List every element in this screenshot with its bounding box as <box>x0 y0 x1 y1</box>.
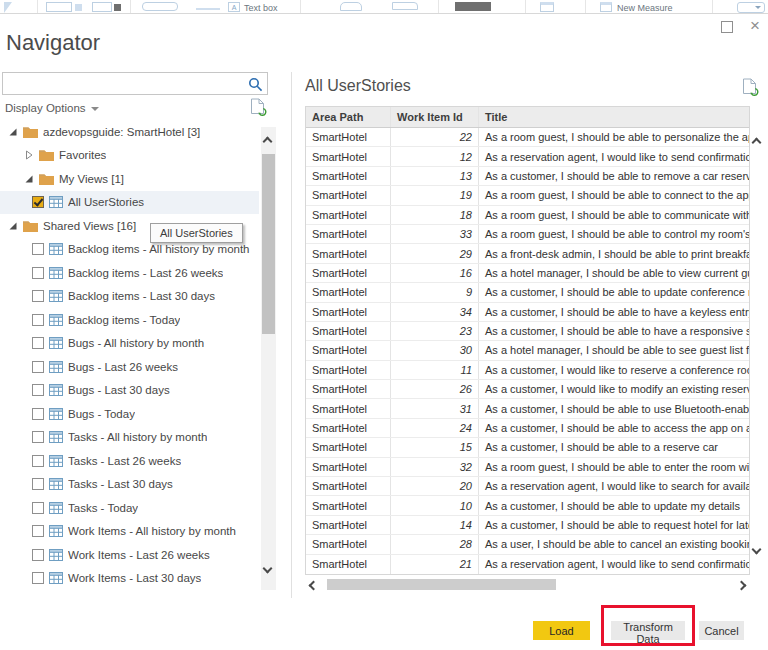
refresh-icon[interactable] <box>250 98 267 121</box>
tree-item-my-views-1[interactable]: My Views [1] <box>0 167 259 191</box>
navigator-tree: azdevopsguide: SmartHotel [3]FavoritesMy… <box>0 120 259 590</box>
cell-title: As a room guest, I should be able to con… <box>479 186 749 204</box>
theme-swatch-icon[interactable] <box>455 2 491 11</box>
tree-item-checkbox[interactable] <box>32 455 44 467</box>
line-shape-icon[interactable] <box>196 8 220 10</box>
chart-icon[interactable] <box>340 2 362 11</box>
table-row: SmartHotel19As a room guest, I should be… <box>306 186 749 205</box>
load-button[interactable]: Load <box>533 621 590 640</box>
tree-item-tasks-all-history-by-month[interactable]: Tasks - All history by month <box>0 426 259 450</box>
tree-item-bugs-last-30-days[interactable]: Bugs - Last 30 days <box>0 379 259 403</box>
left-scrollbar-thumb[interactable] <box>262 154 275 334</box>
tree-item-checkbox[interactable] <box>32 361 44 373</box>
tree-item-bugs-today[interactable]: Bugs - Today <box>0 402 259 426</box>
cell-work-item-id: 29 <box>391 244 479 262</box>
tree-item-backlog-items-last-26-weeks[interactable]: Backlog items - Last 26 weeks <box>0 261 259 285</box>
tree-item-checkbox[interactable] <box>32 243 44 255</box>
table-icon <box>49 243 63 255</box>
cell-area-path: SmartHotel <box>306 477 391 495</box>
tree-item-checkbox[interactable] <box>32 525 44 537</box>
tree-item-label: Work Items - Last 26 weeks <box>68 549 210 561</box>
cell-area-path: SmartHotel <box>306 535 391 553</box>
tree-item-work-items-last-26-weeks[interactable]: Work Items - Last 26 weeks <box>0 543 259 567</box>
search-icon[interactable] <box>248 77 263 96</box>
tree-item-tasks-last-26-weeks[interactable]: Tasks - Last 26 weeks <box>0 449 259 473</box>
tree-item-label: Bugs - Today <box>68 408 135 420</box>
scroll-down-icon[interactable] <box>264 565 271 572</box>
tree-item-label: Backlog items - Today <box>68 314 180 326</box>
table-scroll-left-icon[interactable] <box>310 582 317 589</box>
cell-area-path: SmartHotel <box>306 167 391 185</box>
cell-title: As a front-desk admin, I should be able … <box>479 244 749 262</box>
tree-item-backlog-items-today[interactable]: Backlog items - Today <box>0 308 259 332</box>
left-scrollbar[interactable] <box>261 127 276 590</box>
tree-item-checkbox[interactable] <box>32 290 44 302</box>
tree-item-all-userstories[interactable]: All UserStories <box>0 191 259 215</box>
tree-item-checkbox[interactable] <box>32 478 44 490</box>
new-measure-icon[interactable] <box>600 2 612 12</box>
table-row: SmartHotel28As a user, I should be able … <box>306 535 749 554</box>
tree-item-label: Tasks - Today <box>68 502 138 514</box>
text-box-icon[interactable]: A <box>228 2 240 12</box>
cell-work-item-id: 11 <box>391 361 479 379</box>
text-box-label[interactable]: Text box <box>244 3 278 13</box>
cell-work-item-id: 33 <box>391 225 479 243</box>
cell-work-item-id: 31 <box>391 399 479 417</box>
tree-item-checkbox[interactable] <box>32 431 44 443</box>
gallery-dropdown-icon[interactable] <box>737 2 765 13</box>
new-visual-icon[interactable] <box>46 2 72 12</box>
tree-item-azdevopsguide-smarthotel-3[interactable]: azdevopsguide: SmartHotel [3] <box>0 120 259 144</box>
table-body: SmartHotel22As a room guest, I should be… <box>306 128 749 574</box>
tree-item-bugs-last-26-weeks[interactable]: Bugs - Last 26 weeks <box>0 355 259 379</box>
button-shape-icon[interactable] <box>142 2 178 11</box>
cell-work-item-id: 19 <box>391 186 479 204</box>
cell-title: As a customer, I should be able to a res… <box>479 438 749 456</box>
quick-measure-icon[interactable] <box>92 2 112 12</box>
scroll-up-icon[interactable] <box>264 138 271 145</box>
tree-item-work-items-last-30-days[interactable]: Work Items - Last 30 days <box>0 567 259 591</box>
table-row: SmartHotel21As a reservation agent, I wo… <box>306 555 749 574</box>
display-options-dropdown[interactable]: Display Options <box>5 102 99 114</box>
cursor-icon[interactable] <box>4 2 12 13</box>
shapes-icon[interactable] <box>392 2 418 10</box>
column-header-area-path: Area Path <box>306 107 391 127</box>
cancel-button[interactable]: Cancel <box>699 621 744 640</box>
tree-item-bugs-all-history-by-month[interactable]: Bugs - All history by month <box>0 332 259 356</box>
search-box[interactable] <box>2 72 268 95</box>
tree-item-checkbox[interactable] <box>32 267 44 279</box>
search-input[interactable] <box>3 73 267 94</box>
tree-item-checkbox[interactable] <box>32 549 44 561</box>
refresh-icon[interactable] <box>742 78 759 101</box>
cell-area-path: SmartHotel <box>306 128 391 146</box>
tree-item-checkbox[interactable] <box>32 502 44 514</box>
tree-item-checkbox[interactable] <box>32 572 44 584</box>
tree-item-favorites[interactable]: Favorites <box>0 144 259 168</box>
expanded-triangle-icon <box>24 174 34 184</box>
cell-area-path: SmartHotel <box>306 458 391 476</box>
transform-data-button[interactable]: Transform Data <box>611 621 685 640</box>
column-header-work-item-id: Work Item Id <box>391 107 479 127</box>
preview-table: Area Path Work Item Id Title SmartHotel2… <box>305 106 750 575</box>
folder-icon <box>23 220 38 232</box>
tree-item-checkbox[interactable] <box>32 337 44 349</box>
tree-item-tasks-today[interactable]: Tasks - Today <box>0 496 259 520</box>
tree-item-checkbox[interactable] <box>32 196 44 208</box>
tree-item-checkbox[interactable] <box>32 314 44 326</box>
tree-item-label: Backlog items - Last 26 weeks <box>68 267 223 279</box>
close-icon[interactable]: × <box>750 16 760 36</box>
maximize-button[interactable] <box>721 21 733 33</box>
tree-item-work-items-all-history-by-month[interactable]: Work Items - All history by month <box>0 520 259 544</box>
page-view-icon[interactable] <box>540 2 554 12</box>
tree-item-tasks-last-30-days[interactable]: Tasks - Last 30 days <box>0 473 259 497</box>
tree-item-checkbox[interactable] <box>32 384 44 396</box>
cell-title: As a hotel manager, I should be able to … <box>479 264 749 282</box>
tree-item-backlog-items-last-30-days[interactable]: Backlog items - Last 30 days <box>0 285 259 309</box>
table-scroll-down-icon[interactable] <box>753 546 760 553</box>
horizontal-scrollbar-thumb[interactable] <box>327 579 556 590</box>
tooltip: All UserStories <box>150 223 243 243</box>
table-scroll-up-icon[interactable] <box>753 139 760 146</box>
cell-title: As a reservation agent, I would like to … <box>479 147 749 165</box>
new-measure-label[interactable]: New Measure <box>617 3 673 13</box>
tree-item-checkbox[interactable] <box>32 408 44 420</box>
table-scroll-right-icon[interactable] <box>738 582 745 589</box>
